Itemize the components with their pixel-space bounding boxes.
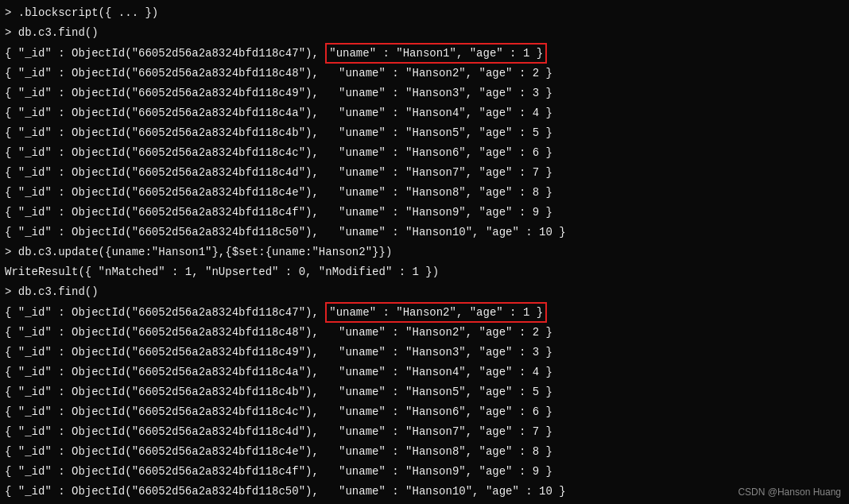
table-row: { "_id" : ObjectId("66052d56a2a8324bfd11… <box>5 64 844 83</box>
find-command-1: > db.c3.find() <box>5 23 844 43</box>
table-row: { "_id" : ObjectId("66052d56a2a8324bfd11… <box>5 323 844 343</box>
table-row: { "_id" : ObjectId("66052d56a2a8324bfd11… <box>5 43 844 64</box>
table-row: { "_id" : ObjectId("66052d56a2a8324bfd11… <box>5 123 844 143</box>
write-result: WriteResult({ "nMatched" : 1, "nUpserted… <box>5 262 844 282</box>
table-row: { "_id" : ObjectId("66052d56a2a8324bfd11… <box>5 103 844 123</box>
table-row: { "_id" : ObjectId("66052d56a2a8324bfd11… <box>5 143 844 163</box>
terminal: > .blockscript({ ... }) > db.c3.find() {… <box>0 0 849 504</box>
table-row: { "_id" : ObjectId("66052d56a2a8324bfd11… <box>5 83 844 103</box>
header-text: > .blockscript({ ... }) <box>5 3 158 23</box>
table-row: { "_id" : ObjectId("66052d56a2a8324bfd11… <box>5 362 844 382</box>
table-row: { "_id" : ObjectId("66052d56a2a8324bfd11… <box>5 203 844 223</box>
table-row: { "_id" : ObjectId("66052d56a2a8324bfd11… <box>5 442 844 462</box>
highlight-box-2: "uname" : "Hanson2", "age" : 1 } <box>325 302 547 323</box>
watermark: CSDN @Hanson Huang <box>738 487 841 498</box>
table-row: { "_id" : ObjectId("66052d56a2a8324bfd11… <box>5 163 844 183</box>
find-command-2: > db.c3.find() <box>5 282 844 302</box>
table-row: { "_id" : ObjectId("66052d56a2a8324bfd11… <box>5 402 844 422</box>
table-row: { "_id" : ObjectId("66052d56a2a8324bfd11… <box>5 382 844 402</box>
table-row: { "_id" : ObjectId("66052d56a2a8324bfd11… <box>5 223 844 242</box>
table-row: { "_id" : ObjectId("66052d56a2a8324bfd11… <box>5 422 844 442</box>
table-row: { "_id" : ObjectId("66052d56a2a8324bfd11… <box>5 343 844 362</box>
update-command: > db.c3.update({uname:"Hanson1"},{$set:{… <box>5 242 844 262</box>
table-row: { "_id" : ObjectId("66052d56a2a8324bfd11… <box>5 482 844 502</box>
table-row: { "_id" : ObjectId("66052d56a2a8324bfd11… <box>5 302 844 323</box>
highlight-box-1: "uname" : "Hanson1", "age" : 1 } <box>325 43 547 64</box>
header-line: > .blockscript({ ... }) <box>5 3 844 23</box>
find-command-text-1: > db.c3.find() <box>5 23 99 43</box>
table-row: { "_id" : ObjectId("66052d56a2a8324bfd11… <box>5 183 844 203</box>
table-row: { "_id" : ObjectId("66052d56a2a8324bfd11… <box>5 462 844 482</box>
